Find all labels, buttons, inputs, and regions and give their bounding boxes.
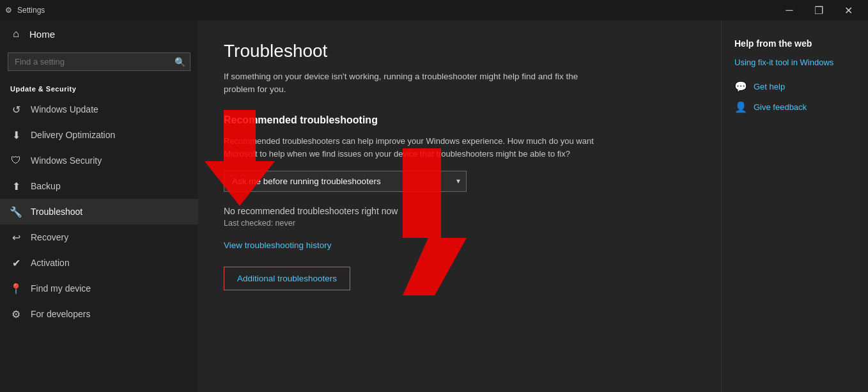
sidebar-item-recovery[interactable]: ↩ Recovery: [0, 224, 198, 250]
sidebar: ⌂ Home 🔍 Update & Security ↺ Windows Upd…: [0, 20, 198, 392]
sidebar-item-label: Delivery Optimization: [31, 130, 115, 140]
recommended-section-title: Recommended troubleshooting: [224, 114, 695, 126]
security-icon: 🛡: [10, 155, 22, 166]
sidebar-item-label: Windows Security: [31, 155, 102, 166]
page-description: If something on your device isn't workin…: [224, 70, 607, 97]
delivery-icon: ⬇: [10, 129, 22, 141]
sidebar-item-find-my-device[interactable]: 📍 Find my device: [0, 276, 198, 301]
no-troubleshooters-text: No recommended troubleshooters right now: [224, 206, 695, 216]
close-button[interactable]: ✕: [833, 0, 863, 20]
sidebar-item-label: Activation: [31, 258, 70, 268]
sidebar-item-windows-update[interactable]: ↺ Windows Update: [0, 97, 198, 122]
sidebar-item-label: Troubleshoot: [31, 207, 82, 217]
using-fix-it-link[interactable]: Using fix-it tool in Windows: [734, 58, 855, 67]
windows-update-icon: ↺: [10, 104, 22, 115]
recommended-description: Recommended troubleshooters can help imp…: [224, 135, 594, 161]
home-icon: ⌂: [10, 28, 22, 40]
minimize-button[interactable]: ─: [775, 0, 804, 20]
title-bar: ⚙ Settings ─ ❐ ✕: [0, 0, 868, 20]
troubleshoot-icon: 🔧: [10, 206, 22, 217]
search-input[interactable]: [8, 52, 190, 71]
get-help-item[interactable]: 💬 Get help: [734, 80, 855, 93]
activation-icon: ✔: [10, 257, 22, 269]
settings-icon: ⚙: [5, 6, 12, 15]
recovery-icon: ↩: [10, 231, 22, 243]
give-feedback-icon: 👤: [734, 100, 747, 113]
troubleshoot-dropdown[interactable]: Ask me before running troubleshooters Ru…: [224, 171, 467, 192]
additional-troubleshooters-button[interactable]: Additional troubleshooters: [224, 267, 350, 290]
sidebar-item-backup[interactable]: ⬆ Backup: [0, 173, 198, 199]
dropdown-wrapper: Ask me before running troubleshooters Ru…: [224, 171, 467, 192]
backup-icon: ⬆: [10, 180, 22, 192]
sidebar-item-label: Find my device: [31, 283, 91, 294]
give-feedback-item[interactable]: 👤 Give feedback: [734, 100, 855, 113]
developers-icon: ⚙: [10, 308, 22, 320]
last-checked-text: Last checked: never: [224, 219, 695, 228]
sidebar-item-home[interactable]: ⌂ Home: [0, 20, 198, 47]
maximize-button[interactable]: ❐: [804, 0, 833, 20]
search-icon: 🔍: [174, 57, 185, 67]
get-help-label: Get help: [754, 82, 785, 91]
sidebar-item-label: Backup: [31, 181, 61, 191]
home-label: Home: [29, 29, 55, 40]
give-feedback-label: Give feedback: [754, 102, 807, 112]
right-panel: Help from the web Using fix-it tool in W…: [721, 20, 868, 392]
sidebar-item-delivery-optimization[interactable]: ⬇ Delivery Optimization: [0, 122, 198, 148]
find-device-icon: 📍: [10, 283, 22, 294]
dropdown-row: Ask me before running troubleshooters Ru…: [224, 171, 695, 192]
page-title: Troubleshoot: [224, 41, 695, 61]
title-bar-left: ⚙ Settings: [5, 6, 45, 15]
sidebar-item-for-developers[interactable]: ⚙ For developers: [0, 301, 198, 327]
sidebar-item-activation[interactable]: ✔ Activation: [0, 250, 198, 276]
sidebar-item-label: For developers: [31, 309, 90, 319]
section-header: Update & Security: [0, 76, 198, 97]
get-help-icon: 💬: [734, 80, 747, 93]
sidebar-item-label: Recovery: [31, 232, 68, 242]
sidebar-item-troubleshoot[interactable]: 🔧 Troubleshoot: [0, 199, 198, 224]
title-bar-controls: ─ ❐ ✕: [775, 0, 863, 20]
view-history-link[interactable]: View troubleshooting history: [224, 240, 332, 250]
sidebar-item-label: Windows Update: [31, 104, 98, 114]
sidebar-item-windows-security[interactable]: 🛡 Windows Security: [0, 148, 198, 173]
main-content: Troubleshoot If something on your device…: [198, 20, 721, 392]
app-body: ⌂ Home 🔍 Update & Security ↺ Windows Upd…: [0, 20, 868, 392]
search-box-wrapper: 🔍: [8, 52, 190, 71]
app-title: Settings: [17, 6, 45, 15]
help-title: Help from the web: [734, 38, 855, 49]
